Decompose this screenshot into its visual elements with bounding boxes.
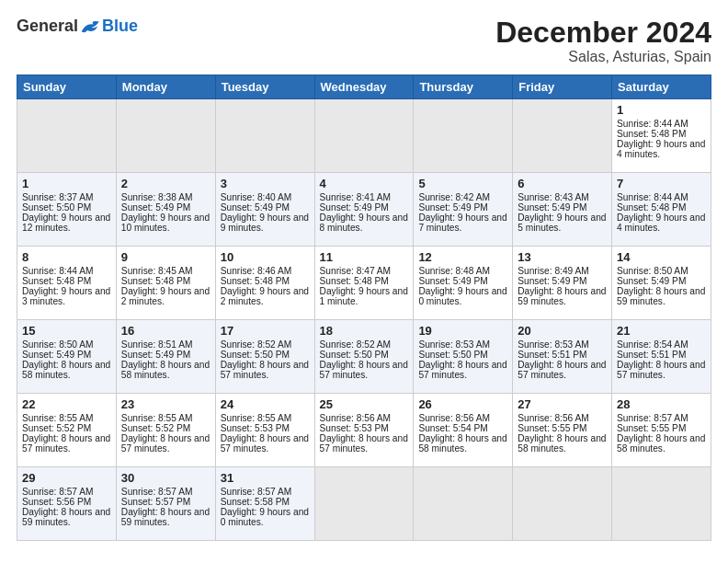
sunrise-text: Sunrise: 8:43 AM [518, 192, 607, 202]
sunrise-text: Sunrise: 8:41 AM [320, 192, 409, 202]
sunset-text: Sunset: 5:50 PM [418, 350, 507, 360]
calendar-cell: 19Sunrise: 8:53 AMSunset: 5:50 PMDayligh… [414, 320, 513, 394]
day-number: 26 [418, 397, 507, 411]
calendar-cell: 1Sunrise: 8:44 AMSunset: 5:48 PMDaylight… [612, 99, 711, 173]
daylight-text: Daylight: 9 hours and 9 minutes. [221, 213, 310, 233]
sunset-text: Sunset: 5:50 PM [22, 202, 111, 213]
sunrise-text: Sunrise: 8:49 AM [518, 266, 607, 276]
calendar-cell: 15Sunrise: 8:50 AMSunset: 5:49 PMDayligh… [17, 320, 117, 394]
month-title: December 2024 [495, 17, 711, 49]
sunrise-text: Sunrise: 8:45 AM [121, 266, 210, 276]
page: General Blue December 2024 Salas, Asturi… [0, 0, 728, 563]
sunrise-text: Sunrise: 8:44 AM [617, 119, 706, 129]
daylight-text: Daylight: 9 hours and 7 minutes. [418, 213, 507, 233]
sunrise-text: Sunrise: 8:57 AM [221, 487, 310, 497]
daylight-text: Daylight: 8 hours and 57 minutes. [518, 360, 607, 380]
calendar-header-thursday: Thursday [414, 75, 513, 99]
sunrise-text: Sunrise: 8:37 AM [22, 192, 111, 202]
daylight-text: Daylight: 8 hours and 57 minutes. [418, 360, 507, 380]
daylight-text: Daylight: 8 hours and 57 minutes. [121, 433, 210, 454]
day-number: 30 [121, 471, 210, 485]
logo-blue: Blue [102, 17, 138, 36]
calendar-cell [17, 99, 117, 173]
sunset-text: Sunset: 5:49 PM [22, 350, 111, 360]
calendar-cell: 22Sunrise: 8:55 AMSunset: 5:52 PMDayligh… [17, 394, 117, 467]
calendar-cell [414, 99, 513, 173]
calendar-cell: 29Sunrise: 8:57 AMSunset: 5:56 PMDayligh… [17, 467, 117, 541]
calendar-cell: 6Sunrise: 8:43 AMSunset: 5:49 PMDaylight… [513, 173, 612, 247]
daylight-text: Daylight: 9 hours and 3 minutes. [22, 286, 111, 306]
daylight-text: Daylight: 9 hours and 4 minutes. [617, 139, 706, 159]
sunrise-text: Sunrise: 8:55 AM [121, 413, 210, 423]
sunset-text: Sunset: 5:53 PM [221, 423, 310, 433]
sunrise-text: Sunrise: 8:57 AM [121, 487, 210, 497]
sunrise-text: Sunrise: 8:53 AM [418, 339, 507, 350]
calendar-cell: 7Sunrise: 8:44 AMSunset: 5:48 PMDaylight… [612, 173, 711, 247]
calendar-cell [513, 99, 612, 173]
calendar-cell: 26Sunrise: 8:56 AMSunset: 5:54 PMDayligh… [414, 394, 513, 467]
daylight-text: Daylight: 8 hours and 59 minutes. [121, 507, 210, 527]
day-number: 12 [418, 250, 507, 264]
sunset-text: Sunset: 5:49 PM [518, 276, 607, 286]
sunset-text: Sunset: 5:49 PM [221, 202, 310, 213]
day-number: 7 [617, 177, 706, 190]
sunrise-text: Sunrise: 8:53 AM [518, 339, 607, 350]
calendar-cell: 12Sunrise: 8:48 AMSunset: 5:49 PMDayligh… [414, 247, 513, 320]
sunrise-text: Sunrise: 8:38 AM [121, 192, 210, 202]
sunrise-text: Sunrise: 8:55 AM [22, 413, 111, 423]
daylight-text: Daylight: 9 hours and 0 minutes. [221, 507, 310, 527]
daylight-text: Daylight: 9 hours and 2 minutes. [121, 286, 210, 306]
sunset-text: Sunset: 5:52 PM [22, 423, 111, 433]
sunset-text: Sunset: 5:53 PM [320, 423, 409, 433]
sunrise-text: Sunrise: 8:57 AM [617, 413, 706, 423]
calendar-cell: 18Sunrise: 8:52 AMSunset: 5:50 PMDayligh… [314, 320, 414, 394]
daylight-text: Daylight: 8 hours and 58 minutes. [518, 433, 607, 454]
sunrise-text: Sunrise: 8:54 AM [617, 339, 706, 350]
sunset-text: Sunset: 5:50 PM [221, 350, 310, 360]
calendar-cell: 25Sunrise: 8:56 AMSunset: 5:53 PMDayligh… [314, 394, 414, 467]
calendar-cell: 27Sunrise: 8:56 AMSunset: 5:55 PMDayligh… [513, 394, 612, 467]
day-number: 13 [518, 250, 607, 264]
sunrise-text: Sunrise: 8:57 AM [22, 487, 111, 497]
calendar-header-friday: Friday [513, 75, 612, 99]
day-number: 25 [320, 397, 409, 411]
calendar-header-saturday: Saturday [612, 75, 711, 99]
calendar: SundayMondayTuesdayWednesdayThursdayFrid… [17, 75, 711, 541]
calendar-week-row: 1Sunrise: 8:37 AMSunset: 5:50 PMDaylight… [17, 173, 711, 247]
header: General Blue December 2024 Salas, Asturi… [17, 17, 711, 65]
daylight-text: Daylight: 8 hours and 59 minutes. [518, 286, 607, 306]
daylight-text: Daylight: 8 hours and 58 minutes. [418, 433, 507, 454]
calendar-cell [414, 467, 513, 541]
calendar-header-monday: Monday [116, 75, 215, 99]
sunset-text: Sunset: 5:49 PM [418, 276, 507, 286]
day-number: 29 [22, 471, 111, 485]
logo-bird-icon [80, 17, 102, 36]
calendar-week-row: 15Sunrise: 8:50 AMSunset: 5:49 PMDayligh… [17, 320, 711, 394]
daylight-text: Daylight: 8 hours and 57 minutes. [320, 433, 409, 454]
sunset-text: Sunset: 5:50 PM [320, 350, 409, 360]
calendar-week-row: 1Sunrise: 8:44 AMSunset: 5:48 PMDaylight… [17, 99, 711, 173]
sunset-text: Sunset: 5:51 PM [518, 350, 607, 360]
sunrise-text: Sunrise: 8:51 AM [121, 339, 210, 350]
sunrise-text: Sunrise: 8:42 AM [418, 192, 507, 202]
sunrise-text: Sunrise: 8:40 AM [221, 192, 310, 202]
calendar-cell: 8Sunrise: 8:44 AMSunset: 5:48 PMDaylight… [17, 247, 117, 320]
sunrise-text: Sunrise: 8:48 AM [418, 266, 507, 276]
day-number: 17 [221, 324, 310, 338]
calendar-cell: 20Sunrise: 8:53 AMSunset: 5:51 PMDayligh… [513, 320, 612, 394]
sunset-text: Sunset: 5:51 PM [617, 350, 706, 360]
calendar-cell: 31Sunrise: 8:57 AMSunset: 5:58 PMDayligh… [215, 467, 314, 541]
day-number: 20 [518, 324, 607, 338]
sunset-text: Sunset: 5:55 PM [518, 423, 607, 433]
day-number: 18 [320, 324, 409, 338]
sunrise-text: Sunrise: 8:44 AM [617, 192, 706, 202]
sunrise-text: Sunrise: 8:52 AM [221, 339, 310, 350]
daylight-text: Daylight: 8 hours and 57 minutes. [22, 433, 111, 454]
daylight-text: Daylight: 8 hours and 58 minutes. [22, 360, 111, 380]
logo-general: General [17, 17, 78, 36]
daylight-text: Daylight: 9 hours and 4 minutes. [617, 213, 706, 233]
calendar-cell [116, 99, 215, 173]
calendar-cell [513, 467, 612, 541]
day-number: 10 [221, 250, 310, 264]
sunrise-text: Sunrise: 8:55 AM [221, 413, 310, 423]
